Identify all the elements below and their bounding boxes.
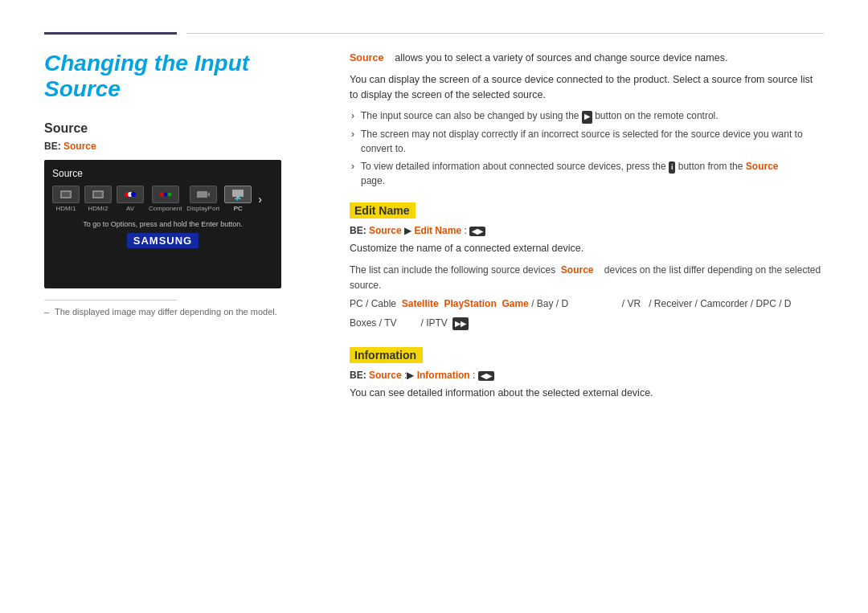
edit-nav-icon: ◀▶ bbox=[469, 227, 485, 236]
two-column-layout: Changing the Input Source Source BE: Sou… bbox=[44, 51, 824, 412]
devices-line3: Boxes / TV / IPTV ▶▶ bbox=[350, 316, 824, 331]
source-icon-hdmi1[interactable]: HDMI1 bbox=[52, 186, 80, 212]
component-box bbox=[152, 186, 179, 203]
devices-line2: PC / Cable Satellite PlayStation Game / … bbox=[350, 296, 824, 312]
av-label: AV bbox=[126, 205, 134, 212]
check-icon: ✓ bbox=[235, 193, 243, 204]
bullet-item-3: To view detailed information about conne… bbox=[350, 159, 824, 189]
scroll-arrow: › bbox=[258, 193, 262, 206]
source-path-ref: Source bbox=[369, 225, 402, 236]
info-nav-icon: ◀▶ bbox=[478, 371, 494, 381]
left-column: Changing the Input Source Source BE: Sou… bbox=[44, 51, 317, 412]
svg-rect-3 bbox=[94, 192, 102, 197]
edit-name-path-label: Edit Name bbox=[414, 225, 461, 236]
playstation: PlayStation bbox=[444, 298, 496, 309]
note-content: The displayed image may differ depending… bbox=[55, 307, 277, 317]
svg-rect-1 bbox=[62, 192, 70, 197]
path-arrow1: ▶ bbox=[404, 225, 414, 236]
be-info-label: BE: bbox=[350, 370, 369, 381]
pc-label: PC bbox=[234, 205, 243, 212]
source-screen-mockup: Source HDMI1 bbox=[44, 160, 281, 288]
hdmi2-box bbox=[84, 186, 112, 203]
note-text: – The displayed image may differ dependi… bbox=[44, 307, 317, 317]
info-button-icon: i bbox=[669, 161, 676, 174]
svg-point-6 bbox=[131, 192, 136, 197]
screen-title: Source bbox=[52, 168, 273, 179]
top-line-blue bbox=[44, 32, 177, 35]
path-colon3: : bbox=[473, 370, 478, 381]
left-divider bbox=[44, 300, 177, 300]
source-keyword-1: Source bbox=[350, 52, 383, 63]
edit-name-heading: Edit Name bbox=[350, 202, 416, 219]
information-body: You can see detailed information about t… bbox=[350, 386, 824, 401]
top-decorative-lines bbox=[44, 32, 824, 35]
displayport-icon bbox=[196, 189, 211, 200]
component-icon bbox=[158, 189, 173, 200]
source-ref-text: Source bbox=[63, 141, 96, 152]
information-path-label: Information bbox=[417, 370, 470, 381]
bullet-item-2: The screen may not display correctly if … bbox=[350, 127, 824, 156]
samsung-logo: SAMSUNG bbox=[52, 235, 273, 247]
svg-point-8 bbox=[163, 193, 167, 197]
svg-marker-11 bbox=[207, 192, 210, 197]
samsung-logo-text: SAMSUNG bbox=[127, 233, 199, 248]
be-label: BE: bbox=[44, 141, 63, 152]
information-path: BE: Source :▶ Information : ◀▶ bbox=[350, 370, 824, 381]
hdmi2-icon bbox=[91, 189, 105, 200]
hdmi1-icon bbox=[59, 189, 73, 200]
displayport-label: DisplayPort bbox=[186, 205, 219, 212]
note-dash: – bbox=[44, 307, 49, 317]
page-container: Changing the Input Source Source BE: Sou… bbox=[0, 0, 868, 613]
svg-rect-10 bbox=[197, 191, 207, 198]
bullet-item-1: The input source can also be changed by … bbox=[350, 108, 824, 124]
intro-line1: Source allows you to select a variety of… bbox=[350, 51, 824, 66]
source-keyword-2: Source bbox=[746, 161, 779, 172]
hdmi2-label: HDMI2 bbox=[88, 205, 108, 212]
selected-check: ✓ bbox=[235, 192, 243, 204]
remote-button-icon: ▶ bbox=[582, 111, 592, 124]
av-box bbox=[117, 186, 144, 203]
screen-instruction: To go to Options, press and hold the Ent… bbox=[52, 220, 273, 228]
top-line-gray bbox=[186, 33, 824, 34]
hdmi1-box bbox=[52, 186, 80, 203]
be-source-ref: BE: Source bbox=[44, 141, 317, 152]
page-title: Changing the Input Source bbox=[44, 51, 317, 102]
information-heading: Information bbox=[350, 347, 423, 363]
path-colon1: : bbox=[464, 225, 469, 236]
source-icon-av[interactable]: AV bbox=[117, 186, 144, 212]
devices-line1: The list can include the following sourc… bbox=[350, 263, 824, 293]
edit-name-section: Edit Name BE: Source ▶ Edit Name : ◀▶ Cu… bbox=[350, 198, 824, 331]
information-heading-wrapper: Information bbox=[350, 342, 824, 370]
iptv-icon: ▶▶ bbox=[452, 317, 469, 330]
displayport-box bbox=[190, 186, 217, 203]
source-icon-hdmi2[interactable]: HDMI2 bbox=[84, 186, 112, 212]
source-icon-component[interactable]: Component bbox=[149, 186, 182, 212]
edit-name-body: Customize the name of a connected extern… bbox=[350, 241, 824, 256]
bullet-list: The input source can also be changed by … bbox=[350, 108, 824, 188]
source-word: Source bbox=[44, 121, 88, 135]
source-icon-displayport[interactable]: DisplayPort bbox=[186, 186, 219, 212]
edit-name-path: BE: Source ▶ Edit Name : ◀▶ bbox=[350, 225, 824, 236]
av-icon bbox=[123, 189, 137, 200]
path-colon2: :▶ bbox=[404, 370, 417, 381]
component-label: Component bbox=[149, 205, 182, 212]
source-keyword-3: Source bbox=[561, 264, 594, 276]
information-section: Information BE: Source :▶ Information : … bbox=[350, 342, 824, 401]
right-column: Source allows you to select a variety of… bbox=[350, 51, 824, 412]
source-label: Source bbox=[44, 121, 317, 136]
be-edit-label: BE: bbox=[350, 225, 369, 236]
intro-line2: You can display the screen of a source d… bbox=[350, 72, 824, 103]
hdmi1-label: HDMI1 bbox=[56, 205, 76, 212]
edit-name-heading-wrapper: Edit Name bbox=[350, 198, 824, 225]
source-info-ref: Source bbox=[369, 370, 402, 381]
svg-point-9 bbox=[167, 193, 171, 197]
satellite: Satellite bbox=[402, 298, 439, 309]
game: Game bbox=[502, 298, 528, 309]
svg-point-7 bbox=[159, 193, 163, 197]
